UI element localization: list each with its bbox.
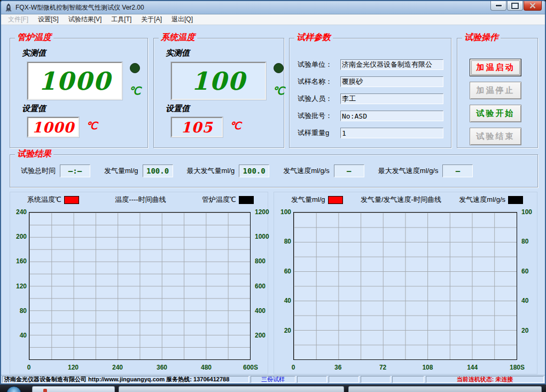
heating-start-button[interactable]: 加温启动 <box>470 59 521 76</box>
gas-chart-y-axis-left: 10080604020 <box>275 212 291 360</box>
axis-tick-label: 400 <box>255 308 266 314</box>
close-icon <box>529 3 536 9</box>
axis-tick-label: 144 <box>467 364 478 371</box>
axis-tick-label: 240 <box>16 209 27 215</box>
axis-tick-label: 800 <box>255 258 266 264</box>
furnace-led-indicator <box>130 63 140 73</box>
heating-stop-button[interactable]: 加温停止 <box>470 82 521 99</box>
results-group-title: 试验结果 <box>15 149 53 159</box>
axis-tick-label: 80 <box>20 308 27 314</box>
status-company-text: 济南金光仪器设备制造有限公司 http://www.jinguangyq.com… <box>4 377 229 382</box>
application-window: FQX-W型微机控制智能发气性测试仪 Ver2.00 文件[F] 设置[S] 试… <box>0 0 546 392</box>
axis-tick-label: 20 <box>284 327 291 334</box>
test-start-button[interactable]: 试验开始 <box>470 105 521 122</box>
gas-chart-legend-left-label: 发气量ml/g <box>291 195 325 205</box>
gas-chart-x-axis: 03672108144180S <box>293 363 517 371</box>
gas-volume-value: 100.0 <box>143 164 173 177</box>
sample-weight-label: 试样重量g <box>298 128 340 138</box>
axis-tick-label: 36 <box>334 364 341 371</box>
axis-tick-label: 40 <box>521 297 528 304</box>
taskbar-item-1[interactable] <box>32 386 115 392</box>
temp-chart-legend-right-swatch <box>239 196 254 204</box>
axis-tick-label: 120 <box>16 283 27 289</box>
sample-group-title: 试样参数 <box>294 33 333 42</box>
test-end-button[interactable]: 试验结束 <box>470 128 521 145</box>
axis-tick-label: 360 <box>157 364 167 371</box>
batch-number-input[interactable] <box>340 111 443 121</box>
gas-time-chart: 发气量ml/g 发气量/发气速度-时间曲线 发气速度ml/g/s 1008060… <box>274 192 537 374</box>
axis-tick-label: 120 <box>68 364 79 371</box>
gas-rate-value: — <box>334 164 364 177</box>
status-bar: 济南金光仪器设备制造有限公司 http://www.jinguangyq.com… <box>1 375 545 383</box>
gas-chart-legend-right-label: 发气速度ml/g/s <box>459 195 505 205</box>
menu-item-test-results[interactable]: 试验结果[V] <box>64 14 107 25</box>
axis-tick-label: 60 <box>521 268 528 275</box>
menu-item-about[interactable]: 关于[A] <box>136 14 167 25</box>
temperature-time-chart: 系统温度℃ 温度----时间曲线 管炉温度℃ 2402001601208040 … <box>10 192 268 374</box>
minimize-button[interactable] <box>490 1 506 11</box>
menu-item-settings[interactable]: 设置[S] <box>33 14 64 25</box>
menu-item-tools[interactable]: 工具[T] <box>106 14 136 25</box>
temp-chart-header: 系统温度℃ 温度----时间曲线 管炉温度℃ <box>27 195 254 205</box>
status-empty-2 <box>329 376 359 383</box>
system-measured-unit: ℃ <box>272 84 284 97</box>
close-button[interactable] <box>524 1 542 11</box>
axis-tick-label: 480 <box>201 364 212 371</box>
axis-tick-label: 40 <box>20 332 27 339</box>
gas-chart-header: 发气量ml/g 发气量/发气速度-时间曲线 发气速度ml/g/s <box>291 195 523 205</box>
operator-input[interactable] <box>340 93 443 104</box>
status-sample-count: 三份试样 <box>251 376 295 383</box>
axis-tick-label: 60 <box>284 268 291 275</box>
axis-tick-label: 20 <box>521 327 528 334</box>
system-led-indicator <box>274 63 284 73</box>
gas-chart-title: 发气量/发气速度-时间曲线 <box>343 195 459 205</box>
start-button-icon[interactable] <box>6 386 21 392</box>
taskbar-app-icon <box>43 389 47 392</box>
taskbar-item-2[interactable] <box>119 386 344 392</box>
title-bar[interactable]: FQX-W型微机控制智能发气性测试仪 Ver2.00 <box>1 1 545 14</box>
axis-tick-label: 40 <box>284 297 291 304</box>
status-company-info: 济南金光仪器设备制造有限公司 http://www.jinguangyq.com… <box>2 376 249 383</box>
furnace-temp-group: 管炉温度 实测值 1000 ℃ 设置值 1000 ℃ <box>10 38 148 148</box>
total-time-label: 试验总时间 <box>21 166 56 176</box>
sample-row-operator: 试验人员： <box>298 93 443 105</box>
furnace-measured-value: 1000 <box>38 67 111 96</box>
menu-item-file[interactable]: 文件[F] <box>3 14 33 25</box>
sample-name-input[interactable] <box>340 76 443 87</box>
axis-tick-label: 80 <box>284 238 291 245</box>
furnace-set-value: 1000 <box>32 119 74 136</box>
furnace-measured-display: 1000 <box>27 62 122 100</box>
sample-weight-input[interactable] <box>340 128 443 138</box>
status-connection-state: 当前连机状态: 未连接 <box>426 376 544 383</box>
menu-item-exit[interactable]: 退出[Q] <box>167 14 198 25</box>
system-measured-label: 实测值 <box>166 48 190 58</box>
operation-group-title: 试验操作 <box>462 33 501 42</box>
test-unit-input[interactable] <box>340 59 443 70</box>
window-controls <box>490 1 545 14</box>
temp-chart-plot-area <box>29 212 251 360</box>
total-time-value: —:— <box>60 164 90 177</box>
furnace-measured-unit: ℃ <box>129 84 141 97</box>
temp-chart-y-axis-left: 2402001601208040 <box>10 212 27 360</box>
max-gas-rate-label: 最大发气速度ml/g/s <box>378 166 439 176</box>
system-set-label: 设置值 <box>166 104 190 114</box>
sample-row-batch: 试验批号： <box>298 110 443 122</box>
system-measured-display: 100 <box>171 62 266 100</box>
axis-tick-label: 100 <box>521 209 532 215</box>
windows-taskbar <box>0 385 546 392</box>
taskbar-item-3[interactable] <box>348 386 542 392</box>
furnace-measured-label: 实测值 <box>22 48 46 58</box>
axis-tick-label: 1000 <box>255 233 269 240</box>
system-group-title: 系统温度 <box>159 33 197 42</box>
temp-chart-x-axis: 0120240360480600S <box>29 363 251 371</box>
system-set-unit: ℃ <box>230 120 241 132</box>
sample-row-unit: 试验单位： <box>298 59 443 70</box>
axis-tick-label: 240 <box>112 364 123 371</box>
axis-tick-label: 0 <box>27 364 31 371</box>
client-area: 管炉温度 实测值 1000 ℃ 设置值 1000 ℃ 系统温度 实测值 100 <box>1 25 545 377</box>
axis-tick-label: 200 <box>16 233 27 240</box>
temp-chart-legend-left-label: 系统温度℃ <box>27 195 61 205</box>
maximize-button[interactable] <box>507 1 523 11</box>
window-title: FQX-W型微机控制智能发气性测试仪 Ver2.00 <box>15 3 144 12</box>
gas-rate-label: 发气速度ml/g/s <box>283 166 330 176</box>
